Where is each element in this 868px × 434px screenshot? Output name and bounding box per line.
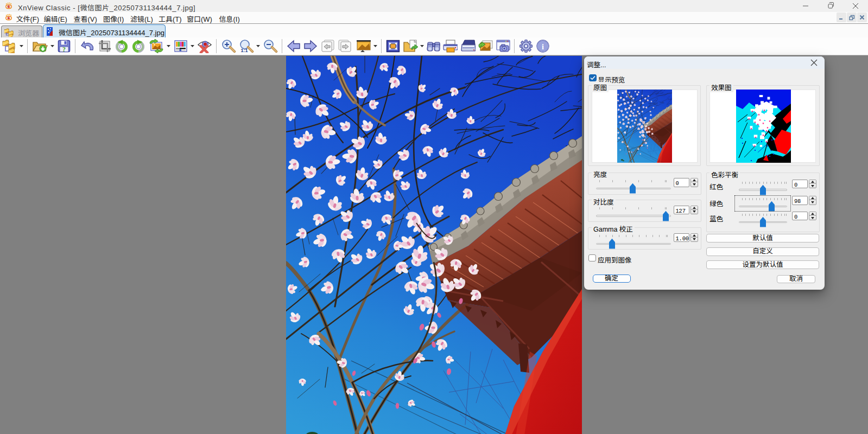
svg-text:?: ? [62, 46, 66, 53]
svg-text:i: i [542, 43, 544, 51]
svg-text:1:1: 1:1 [240, 48, 248, 53]
